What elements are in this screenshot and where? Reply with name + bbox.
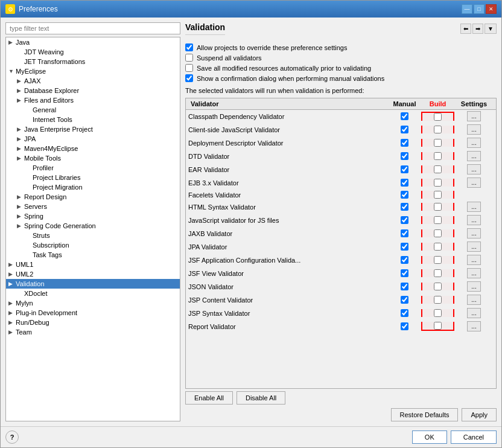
restore-defaults-button[interactable]: Restore Defaults — [391, 408, 459, 421]
validator-manual-checkbox[interactable] — [401, 179, 408, 187]
validator-build-checkbox[interactable] — [434, 191, 442, 199]
validator-build-checkbox[interactable] — [434, 283, 442, 290]
validator-settings-button[interactable]: ... — [467, 151, 480, 161]
tree-item-run-debug[interactable]: ▶Run/Debug — [6, 318, 180, 327]
tree-item-xdoclet[interactable]: XDoclet — [6, 289, 180, 298]
validator-manual-checkbox[interactable] — [401, 152, 408, 160]
validator-manual-checkbox[interactable] — [401, 203, 408, 211]
tree-item-database-explorer[interactable]: ▶Database Explorer — [6, 86, 180, 95]
validator-build-checkbox[interactable] — [434, 203, 442, 211]
validator-manual-checkbox[interactable] — [401, 139, 408, 147]
tree-item-profiler[interactable]: Profiler — [6, 163, 180, 173]
validator-build-checkbox[interactable] — [434, 126, 442, 133]
validator-settings-button[interactable]: ... — [467, 111, 480, 121]
validator-build-checkbox[interactable] — [434, 269, 442, 277]
apply-button[interactable]: Apply — [462, 408, 497, 421]
validator-build-cell — [421, 309, 454, 317]
tree-item-jpa[interactable]: ▶JPA — [6, 134, 180, 144]
enable-all-button[interactable]: Enable All — [185, 391, 233, 405]
tree-item-project-libraries[interactable]: Project Libraries — [6, 173, 180, 182]
cancel-button[interactable]: Cancel — [451, 430, 497, 444]
tree-item-team[interactable]: ▶Team — [6, 327, 180, 337]
tree-item-report-design[interactable]: ▶Report Design — [6, 192, 180, 202]
option-checkbox-0[interactable] — [185, 43, 193, 51]
validator-build-checkbox[interactable] — [434, 322, 442, 330]
close-button[interactable]: ✕ — [486, 4, 497, 14]
validator-manual-checkbox[interactable] — [401, 229, 408, 237]
nav-dropdown-button[interactable]: ▼ — [485, 24, 497, 34]
tree-item-internet-tools[interactable]: Internet Tools — [6, 115, 180, 124]
tree-item-general[interactable]: General — [6, 105, 180, 115]
validator-build-checkbox[interactable] — [434, 256, 442, 264]
tree-item-project-migration[interactable]: Project Migration — [6, 182, 180, 192]
validator-settings-button[interactable]: ... — [467, 228, 480, 238]
validator-build-checkbox[interactable] — [434, 152, 442, 160]
validator-manual-checkbox[interactable] — [401, 112, 408, 120]
ok-button[interactable]: OK — [412, 430, 447, 444]
validator-manual-checkbox[interactable] — [401, 256, 408, 264]
validator-manual-checkbox[interactable] — [401, 243, 408, 251]
validator-settings-button[interactable]: ... — [467, 242, 480, 252]
tree-item-subscription[interactable]: Subscription — [6, 240, 180, 250]
help-button[interactable]: ? — [5, 430, 19, 444]
tree-item-validation[interactable]: ▶Validation — [6, 279, 180, 289]
validator-manual-checkbox[interactable] — [401, 216, 408, 224]
validator-manual-checkbox[interactable] — [401, 126, 408, 133]
validator-settings-button[interactable]: ... — [467, 268, 480, 278]
validator-settings-button[interactable]: ... — [467, 202, 480, 212]
validator-build-checkbox[interactable] — [434, 139, 442, 147]
tree-item-uml2[interactable]: ▶UML2 — [6, 269, 180, 279]
tree-item-mobile-tools[interactable]: ▶Mobile Tools — [6, 153, 180, 163]
tree-item-struts[interactable]: Struts — [6, 231, 180, 240]
validator-manual-checkbox[interactable] — [401, 269, 408, 277]
validator-manual-checkbox[interactable] — [401, 309, 408, 317]
validator-build-checkbox[interactable] — [434, 179, 442, 187]
validator-build-checkbox[interactable] — [434, 165, 442, 173]
search-input[interactable] — [5, 22, 180, 34]
validator-settings-button[interactable]: ... — [467, 321, 480, 331]
option-checkbox-1[interactable] — [185, 54, 193, 62]
validator-settings-button[interactable]: ... — [467, 295, 480, 305]
tree-item-uml1[interactable]: ▶UML1 — [6, 260, 180, 269]
tree-item-plugin-development[interactable]: ▶Plug-in Development — [6, 308, 180, 318]
tree-item-task-tags[interactable]: Task Tags — [6, 250, 180, 260]
validator-settings-button[interactable]: ... — [467, 281, 480, 292]
validator-settings-button[interactable]: ... — [467, 255, 480, 265]
validator-build-checkbox[interactable] — [434, 296, 442, 304]
validator-build-checkbox[interactable] — [434, 229, 442, 237]
validator-settings-button[interactable]: ... — [467, 308, 480, 318]
validator-build-checkbox[interactable] — [434, 113, 442, 121]
validator-settings-button[interactable]: ... — [467, 138, 480, 148]
validator-settings-button[interactable]: ... — [467, 124, 480, 135]
disable-all-button[interactable]: Disable All — [237, 391, 285, 405]
validator-settings-button[interactable]: ... — [467, 215, 480, 225]
nav-forward-button[interactable]: ➡ — [472, 24, 483, 34]
validator-settings-button[interactable]: ... — [467, 178, 480, 188]
tree-item-java[interactable]: ▶Java — [6, 37, 180, 47]
option-checkbox-3[interactable] — [185, 74, 193, 82]
tree-item-jdt-weaving[interactable]: JDT Weaving — [6, 47, 180, 57]
validator-manual-checkbox[interactable] — [401, 296, 408, 304]
minimize-button[interactable]: — — [462, 4, 472, 14]
tree-item-jet-transformations[interactable]: JET Transformations — [6, 57, 180, 66]
option-checkbox-2[interactable] — [185, 64, 193, 72]
maximize-button[interactable]: □ — [474, 4, 485, 14]
validator-manual-checkbox[interactable] — [401, 165, 408, 173]
validator-settings-button[interactable]: ... — [467, 164, 480, 174]
tree-item-spring-code-generation[interactable]: ▶Spring Code Generation — [6, 221, 180, 231]
tree-item-maven4myeclipse[interactable]: ▶Maven4MyEclipse — [6, 144, 180, 153]
tree-item-java-enterprise-project[interactable]: ▶Java Enterprise Project — [6, 124, 180, 134]
validator-build-checkbox[interactable] — [434, 309, 442, 317]
validator-manual-checkbox[interactable] — [401, 322, 408, 330]
validator-manual-checkbox[interactable] — [401, 283, 408, 290]
validator-build-checkbox[interactable] — [434, 243, 442, 251]
tree-item-servers[interactable]: ▶Servers — [6, 202, 180, 211]
tree-item-myeclipse[interactable]: ▼MyEclipse — [6, 66, 180, 76]
tree-item-spring[interactable]: ▶Spring — [6, 211, 180, 221]
tree-item-files-and-editors[interactable]: ▶Files and Editors — [6, 95, 180, 105]
tree-item-mylyn[interactable]: ▶Mylyn — [6, 298, 180, 308]
nav-back-button[interactable]: ⬅ — [460, 24, 471, 34]
validator-build-checkbox[interactable] — [434, 216, 442, 224]
validator-manual-checkbox[interactable] — [401, 191, 408, 199]
tree-item-ajax[interactable]: ▶AJAX — [6, 76, 180, 86]
